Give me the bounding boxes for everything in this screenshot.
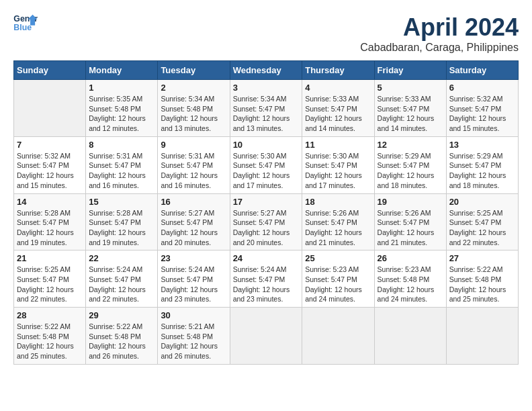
- calendar-cell: [14, 80, 86, 137]
- day-info: Sunrise: 5:23 AM Sunset: 5:47 PM Dayligh…: [305, 265, 371, 304]
- day-info: Sunrise: 5:28 AM Sunset: 5:47 PM Dayligh…: [17, 208, 83, 248]
- day-info: Sunrise: 5:28 AM Sunset: 5:47 PM Dayligh…: [89, 208, 154, 248]
- column-header-monday: Monday: [86, 61, 158, 80]
- day-info: Sunrise: 5:22 AM Sunset: 5:48 PM Dayligh…: [17, 322, 83, 361]
- day-info: Sunrise: 5:25 AM Sunset: 5:47 PM Dayligh…: [449, 208, 515, 248]
- calendar-cell: 16Sunrise: 5:27 AM Sunset: 5:47 PM Dayli…: [158, 193, 230, 250]
- day-number: 1: [89, 83, 154, 93]
- day-info: Sunrise: 5:34 AM Sunset: 5:48 PM Dayligh…: [161, 94, 226, 134]
- calendar-cell: 22Sunrise: 5:24 AM Sunset: 5:47 PM Dayli…: [86, 250, 158, 308]
- day-number: 20: [449, 197, 515, 207]
- calendar-cell: 5Sunrise: 5:33 AM Sunset: 5:47 PM Daylig…: [374, 80, 446, 137]
- day-number: 22: [89, 253, 154, 263]
- calendar-cell: [230, 308, 302, 365]
- day-info: Sunrise: 5:33 AM Sunset: 5:47 PM Dayligh…: [305, 94, 371, 134]
- day-number: 12: [378, 140, 443, 150]
- day-number: 30: [161, 310, 226, 320]
- calendar-table: SundayMondayTuesdayWednesdayThursdayFrid…: [13, 60, 519, 365]
- day-info: Sunrise: 5:25 AM Sunset: 5:47 PM Dayligh…: [17, 265, 83, 304]
- calendar-cell: 19Sunrise: 5:26 AM Sunset: 5:47 PM Dayli…: [374, 193, 446, 250]
- day-number: 11: [305, 140, 371, 150]
- calendar-cell: [302, 308, 374, 365]
- calendar-cell: 9Sunrise: 5:31 AM Sunset: 5:47 PM Daylig…: [158, 136, 230, 193]
- day-number: 7: [17, 140, 83, 150]
- day-number: 10: [233, 140, 300, 150]
- day-info: Sunrise: 5:30 AM Sunset: 5:47 PM Dayligh…: [233, 151, 300, 191]
- day-number: 28: [17, 310, 83, 320]
- title-section: April 2024 Cabadbaran, Caraga, Philippin…: [360, 13, 519, 54]
- day-info: Sunrise: 5:21 AM Sunset: 5:48 PM Dayligh…: [161, 322, 226, 361]
- calendar-cell: 8Sunrise: 5:31 AM Sunset: 5:47 PM Daylig…: [86, 136, 158, 193]
- calendar-cell: 15Sunrise: 5:28 AM Sunset: 5:47 PM Dayli…: [86, 193, 158, 250]
- calendar-cell: 13Sunrise: 5:29 AM Sunset: 5:47 PM Dayli…: [446, 136, 518, 193]
- column-header-tuesday: Tuesday: [158, 61, 230, 80]
- calendar-cell: 6Sunrise: 5:32 AM Sunset: 5:47 PM Daylig…: [446, 80, 518, 137]
- svg-text:Blue: Blue: [13, 23, 32, 32]
- day-info: Sunrise: 5:30 AM Sunset: 5:47 PM Dayligh…: [305, 151, 371, 191]
- day-info: Sunrise: 5:33 AM Sunset: 5:47 PM Dayligh…: [378, 94, 443, 134]
- day-number: 19: [378, 197, 443, 207]
- day-info: Sunrise: 5:22 AM Sunset: 5:48 PM Dayligh…: [449, 265, 515, 304]
- calendar-header-row: SundayMondayTuesdayWednesdayThursdayFrid…: [14, 61, 519, 80]
- calendar-cell: 10Sunrise: 5:30 AM Sunset: 5:47 PM Dayli…: [230, 136, 302, 193]
- calendar-cell: 17Sunrise: 5:27 AM Sunset: 5:47 PM Dayli…: [230, 193, 302, 250]
- day-info: Sunrise: 5:27 AM Sunset: 5:47 PM Dayligh…: [161, 208, 226, 248]
- calendar-cell: [374, 308, 446, 365]
- day-info: Sunrise: 5:29 AM Sunset: 5:47 PM Dayligh…: [378, 151, 443, 191]
- calendar-cell: 3Sunrise: 5:34 AM Sunset: 5:47 PM Daylig…: [230, 80, 302, 137]
- week-row-5: 28Sunrise: 5:22 AM Sunset: 5:48 PM Dayli…: [14, 308, 519, 365]
- day-info: Sunrise: 5:34 AM Sunset: 5:47 PM Dayligh…: [233, 94, 300, 134]
- calendar-cell: 24Sunrise: 5:24 AM Sunset: 5:47 PM Dayli…: [230, 250, 302, 308]
- day-info: Sunrise: 5:32 AM Sunset: 5:47 PM Dayligh…: [449, 94, 515, 134]
- calendar-cell: 21Sunrise: 5:25 AM Sunset: 5:47 PM Dayli…: [14, 250, 86, 308]
- week-row-4: 21Sunrise: 5:25 AM Sunset: 5:47 PM Dayli…: [14, 250, 519, 308]
- day-info: Sunrise: 5:35 AM Sunset: 5:48 PM Dayligh…: [89, 94, 154, 134]
- day-number: 3: [233, 83, 300, 93]
- day-number: 24: [233, 253, 300, 263]
- column-header-wednesday: Wednesday: [230, 61, 302, 80]
- day-number: 29: [89, 310, 154, 320]
- day-info: Sunrise: 5:29 AM Sunset: 5:47 PM Dayligh…: [449, 151, 515, 191]
- day-info: Sunrise: 5:23 AM Sunset: 5:48 PM Dayligh…: [378, 265, 443, 304]
- day-info: Sunrise: 5:32 AM Sunset: 5:47 PM Dayligh…: [17, 151, 83, 191]
- day-number: 26: [378, 253, 443, 263]
- day-number: 25: [305, 253, 371, 263]
- day-info: Sunrise: 5:26 AM Sunset: 5:47 PM Dayligh…: [305, 208, 371, 248]
- day-number: 17: [233, 197, 300, 207]
- calendar-cell: 1Sunrise: 5:35 AM Sunset: 5:48 PM Daylig…: [86, 80, 158, 137]
- logo: General Blue: [13, 13, 38, 34]
- day-info: Sunrise: 5:24 AM Sunset: 5:47 PM Dayligh…: [233, 265, 300, 304]
- day-number: 23: [161, 253, 226, 263]
- day-number: 15: [89, 197, 154, 207]
- week-row-2: 7Sunrise: 5:32 AM Sunset: 5:47 PM Daylig…: [14, 136, 519, 193]
- calendar-cell: 28Sunrise: 5:22 AM Sunset: 5:48 PM Dayli…: [14, 308, 86, 365]
- day-number: 27: [449, 253, 515, 263]
- week-row-1: 1Sunrise: 5:35 AM Sunset: 5:48 PM Daylig…: [14, 80, 519, 137]
- calendar-cell: 30Sunrise: 5:21 AM Sunset: 5:48 PM Dayli…: [158, 308, 230, 365]
- calendar-cell: 4Sunrise: 5:33 AM Sunset: 5:47 PM Daylig…: [302, 80, 374, 137]
- logo-icon: General Blue: [13, 13, 38, 34]
- day-number: 18: [305, 197, 371, 207]
- day-info: Sunrise: 5:31 AM Sunset: 5:47 PM Dayligh…: [161, 151, 226, 191]
- day-info: Sunrise: 5:24 AM Sunset: 5:47 PM Dayligh…: [89, 265, 154, 304]
- calendar-cell: 2Sunrise: 5:34 AM Sunset: 5:48 PM Daylig…: [158, 80, 230, 137]
- column-header-saturday: Saturday: [446, 61, 518, 80]
- page-header: General Blue April 2024 Cabadbaran, Cara…: [13, 13, 519, 54]
- day-info: Sunrise: 5:22 AM Sunset: 5:48 PM Dayligh…: [89, 322, 154, 361]
- calendar-cell: 18Sunrise: 5:26 AM Sunset: 5:47 PM Dayli…: [302, 193, 374, 250]
- week-row-3: 14Sunrise: 5:28 AM Sunset: 5:47 PM Dayli…: [14, 193, 519, 250]
- day-number: 16: [161, 197, 226, 207]
- calendar-cell: 27Sunrise: 5:22 AM Sunset: 5:48 PM Dayli…: [446, 250, 518, 308]
- location-subtitle: Cabadbaran, Caraga, Philippines: [360, 42, 519, 54]
- calendar-cell: 23Sunrise: 5:24 AM Sunset: 5:47 PM Dayli…: [158, 250, 230, 308]
- calendar-cell: 11Sunrise: 5:30 AM Sunset: 5:47 PM Dayli…: [302, 136, 374, 193]
- calendar-cell: 20Sunrise: 5:25 AM Sunset: 5:47 PM Dayli…: [446, 193, 518, 250]
- day-info: Sunrise: 5:26 AM Sunset: 5:47 PM Dayligh…: [378, 208, 443, 248]
- day-info: Sunrise: 5:24 AM Sunset: 5:47 PM Dayligh…: [161, 265, 226, 304]
- day-number: 2: [161, 83, 226, 93]
- day-number: 14: [17, 197, 83, 207]
- column-header-thursday: Thursday: [302, 61, 374, 80]
- column-header-sunday: Sunday: [14, 61, 86, 80]
- calendar-cell: [446, 308, 518, 365]
- day-info: Sunrise: 5:27 AM Sunset: 5:47 PM Dayligh…: [233, 208, 300, 248]
